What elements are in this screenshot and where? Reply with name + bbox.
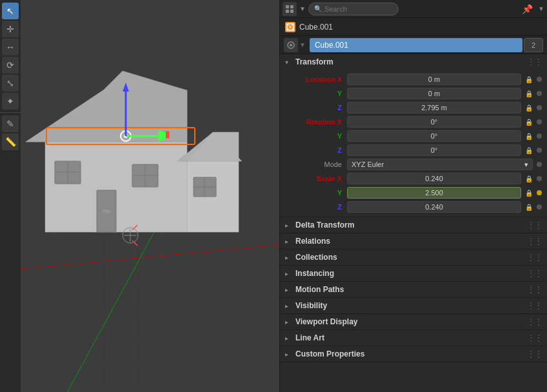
section-header-4[interactable]: ▸ Motion Paths ⋮⋮ [280, 282, 547, 297]
rotation-y-icons: 🔒 [524, 131, 542, 141]
mode-label: Mode [295, 161, 347, 168]
tool-measure[interactable]: 📏 [2, 133, 19, 150]
location-x-dot[interactable] [537, 77, 542, 82]
mode-dot[interactable] [537, 162, 542, 167]
rotation-x-lock[interactable]: 🔒 [524, 117, 534, 127]
rotation-z-lock[interactable]: 🔒 [524, 145, 534, 155]
section-header-6[interactable]: ▸ Viewport Display ⋮⋮ [280, 314, 547, 329]
section-title-6: Viewport Display [295, 317, 357, 326]
tool-move[interactable]: ↔ [2, 39, 19, 55]
rotation-y-lock[interactable]: 🔒 [524, 131, 534, 141]
collapsed-sections: ▸ Delta Transform ⋮⋮ ▸ Relations ⋮⋮ ▸ Co… [280, 217, 547, 362]
rotation-y-row: Y 0° 🔒 [280, 129, 547, 143]
section-visibility: ▸ Visibility ⋮⋮ [280, 298, 547, 314]
section-title-1: Relations [295, 237, 330, 246]
scale-z-icons: 🔒 [524, 202, 542, 212]
mesh-icon [285, 22, 295, 32]
rotation-z-field[interactable]: 0° [347, 144, 521, 156]
tool-annotate[interactable]: ✎ [2, 115, 19, 132]
editor-type-btn[interactable] [283, 2, 297, 16]
object-name-bar: Cube.001 [280, 18, 547, 36]
tool-rotate[interactable]: ⟳ [2, 57, 19, 74]
tool-select[interactable]: ↖ [2, 3, 19, 19]
location-y-field[interactable]: 0 m [347, 88, 521, 99]
scale-y-field[interactable]: 2.500 [347, 187, 521, 199]
section-title-0: Delta Transform [295, 220, 354, 230]
transform-title: Transform [295, 57, 333, 66]
section-dots-5: ⋮⋮ [526, 300, 542, 311]
scale-x-field[interactable]: 0.240 [347, 173, 521, 184]
section-header-1[interactable]: ▸ Relations ⋮⋮ [280, 233, 547, 249]
scale-x-lock[interactable]: 🔒 [524, 173, 534, 184]
section-arrow-0: ▸ [285, 222, 293, 229]
scale-y-lock[interactable]: 🔒 [524, 188, 534, 198]
location-z-row: Z 2.795 m 🔒 [280, 101, 547, 115]
pin-button[interactable]: 📌 [520, 2, 534, 16]
search-icon: 🔍 [314, 5, 322, 12]
location-z-lock[interactable]: 🔒 [524, 103, 534, 113]
section-header-8[interactable]: ▸ Custom Properties ⋮⋮ [280, 346, 547, 362]
section-title-2: Collections [295, 253, 337, 262]
rotation-x-label: Rotation X [295, 118, 347, 126]
location-y-lock[interactable]: 🔒 [524, 88, 534, 99]
transform-arrow: ▾ [285, 59, 293, 66]
rotation-y-dot[interactable] [537, 133, 542, 139]
viewport[interactable]: Dip [0, 0, 279, 392]
section-header-3[interactable]: ▸ Instancing ⋮⋮ [280, 266, 547, 281]
tab-render[interactable] [284, 38, 298, 52]
scale-z-dot[interactable] [537, 204, 542, 210]
section-arrow-5: ▸ [285, 302, 293, 309]
section-header-2[interactable]: ▸ Collections ⋮⋮ [280, 250, 547, 265]
transform-header[interactable]: ▾ Transform ⋮⋮ [280, 54, 547, 70]
rotation-z-dot[interactable] [537, 148, 542, 153]
tool-scale[interactable]: ⤡ [2, 75, 19, 92]
section-dots-7: ⋮⋮ [526, 333, 542, 343]
scale-y-dot[interactable] [537, 190, 542, 195]
location-z-dot[interactable] [537, 105, 542, 110]
rotation-mode-row: Mode XYZ Euler ▾ [280, 157, 547, 172]
transform-section: ▾ Transform ⋮⋮ Location X 0 m 🔒 [280, 54, 547, 217]
section-motion-paths: ▸ Motion Paths ⋮⋮ [280, 282, 547, 298]
location-x-row: Location X 0 m 🔒 [280, 72, 547, 86]
section-title-7: Line Art [295, 333, 324, 342]
search-input[interactable] [324, 5, 393, 13]
rotation-x-field[interactable]: 0° [347, 116, 521, 128]
section-arrow-7: ▸ [285, 335, 293, 342]
section-header-5[interactable]: ▸ Visibility ⋮⋮ [280, 298, 547, 313]
tool-cursor[interactable]: ✛ [2, 21, 19, 37]
rotation-x-dot[interactable] [537, 119, 542, 124]
mode-dropdown[interactable]: XYZ Euler ▾ [347, 159, 533, 170]
tool-transform[interactable]: ✦ [2, 93, 19, 110]
search-box[interactable]: 🔍 [308, 3, 399, 15]
section-header-0[interactable]: ▸ Delta Transform ⋮⋮ [280, 217, 547, 233]
scale-z-field[interactable]: 0.240 [347, 201, 521, 213]
properties-content[interactable]: ▾ Transform ⋮⋮ Location X 0 m 🔒 [280, 54, 547, 392]
svg-rect-36 [290, 5, 293, 8]
location-z-field[interactable]: 2.795 m [347, 102, 521, 113]
section-custom-properties: ▸ Custom Properties ⋮⋮ [280, 346, 547, 362]
section-arrow-8: ▸ [285, 351, 293, 358]
scale-y-icons: 🔒 [524, 188, 542, 198]
location-x-lock[interactable]: 🔒 [524, 74, 534, 84]
scale-x-dot[interactable] [537, 176, 542, 181]
scale-y-label: Y [295, 189, 347, 197]
scale-z-lock[interactable]: 🔒 [524, 202, 534, 212]
section-dots-3: ⋮⋮ [526, 268, 542, 279]
rotation-x-icons: 🔒 [524, 117, 542, 127]
location-y-row: Y 0 m 🔒 [280, 86, 547, 101]
section-title-4: Motion Paths [295, 285, 344, 294]
left-toolbar: ↖ ✛ ↔ ⟳ ⤡ ✦ ✎ 📏 [0, 0, 21, 392]
object-props-name[interactable] [310, 38, 522, 52]
section-arrow-6: ▸ [285, 318, 293, 326]
location-x-field[interactable]: 0 m [347, 74, 521, 85]
location-y-dot[interactable] [537, 91, 542, 96]
rotation-y-field[interactable]: 0° [347, 130, 521, 142]
section-header-7[interactable]: ▸ Line Art ⋮⋮ [280, 330, 547, 346]
scale-x-label: Scale X [295, 175, 347, 182]
house-model: Dip [19, 39, 252, 258]
section-arrow-2: ▸ [285, 254, 293, 261]
section-collections: ▸ Collections ⋮⋮ [280, 250, 547, 266]
location-z-label: Z [295, 104, 347, 112]
section-delta-transform: ▸ Delta Transform ⋮⋮ [280, 217, 547, 233]
svg-point-43 [290, 44, 292, 46]
